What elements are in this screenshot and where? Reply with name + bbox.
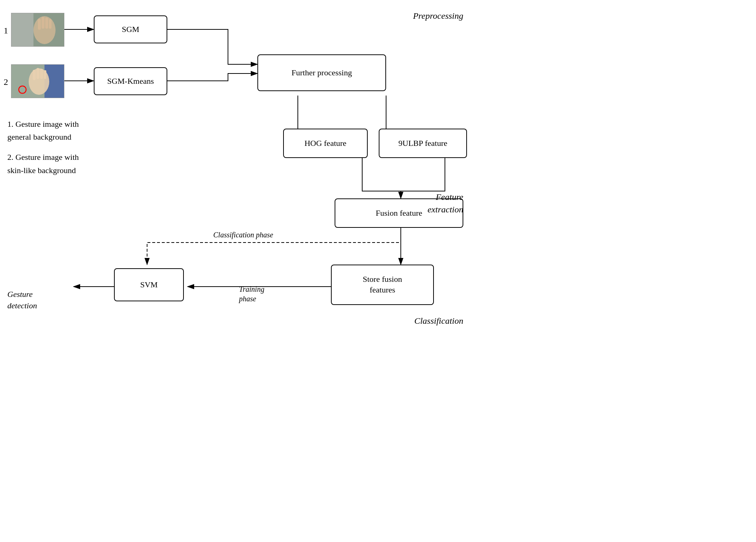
svg-rect-21 [44,70,46,79]
feature-extraction-label: Feature extraction [428,191,463,216]
svg-rect-18 [33,70,36,80]
desc-line4: 2. Gesture image with [7,151,79,164]
svg-rect-19 [36,68,39,79]
further-processing-box: Further processing [257,54,386,91]
svm-box: SVM [114,268,184,301]
image2 [11,64,64,98]
diagram-container: 1 2 SGM SGM-Kmeans Further processing HO… [0,0,471,338]
classification-phase-label: Classification phase [213,231,273,239]
description-text: 1. Gesture image with general background… [7,118,79,177]
store-fusion-box: Store fusion features [331,265,434,305]
desc-line2: general background [7,130,79,143]
svg-rect-14 [49,19,51,29]
ulbp-feature-box: 9ULBP feature [379,129,467,158]
number2-label: 2 [4,77,8,87]
number1-label: 1 [4,26,8,36]
sgm-kmeans-box: SGM-Kmeans [94,67,167,95]
sgm-box: SGM [94,15,167,43]
preprocessing-label: Preprocessing [413,11,463,21]
training-phase-label: Training phase [239,275,264,304]
hog-feature-box: HOG feature [283,129,368,158]
svg-rect-20 [40,69,43,79]
classification-label: Classification [414,316,463,326]
svg-rect-12 [42,17,44,29]
desc-line5: skin-like background [7,164,79,177]
svg-rect-13 [45,18,48,29]
svg-rect-11 [38,19,41,30]
gesture-detection-label: Gesture detection [7,277,37,311]
image1 [11,13,64,47]
svg-rect-9 [11,13,33,47]
desc-line1: 1. Gesture image with [7,118,79,130]
